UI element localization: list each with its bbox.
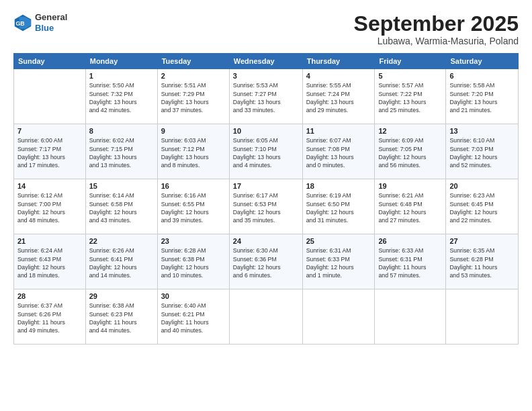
calendar-cell <box>229 289 302 345</box>
day-info: Sunrise: 5:55 AMSunset: 7:24 PMDaylight:… <box>306 81 371 114</box>
calendar-cell: 4Sunrise: 5:55 AMSunset: 7:24 PMDaylight… <box>302 69 375 124</box>
calendar-cell: 3Sunrise: 5:53 AMSunset: 7:27 PMDaylight… <box>229 69 302 124</box>
day-info: Sunrise: 6:19 AMSunset: 6:50 PMDaylight:… <box>306 191 371 224</box>
day-info: Sunrise: 6:24 AMSunset: 6:43 PMDaylight:… <box>17 246 82 279</box>
day-number: 19 <box>378 182 442 190</box>
calendar-cell: 12Sunrise: 6:09 AMSunset: 7:05 PMDayligh… <box>375 124 446 179</box>
day-info: Sunrise: 5:50 AMSunset: 7:32 PMDaylight:… <box>89 81 154 114</box>
calendar-week-row: 21Sunrise: 6:24 AMSunset: 6:43 PMDayligh… <box>14 234 519 289</box>
day-info: Sunrise: 6:12 AMSunset: 7:00 PMDaylight:… <box>17 191 82 224</box>
calendar-cell: 8Sunrise: 6:02 AMSunset: 7:15 PMDaylight… <box>85 124 157 179</box>
day-number: 14 <box>17 182 82 190</box>
day-info: Sunrise: 6:37 AMSunset: 6:26 PMDaylight:… <box>17 302 82 334</box>
day-info: Sunrise: 6:00 AMSunset: 7:17 PMDaylight:… <box>17 136 82 169</box>
day-number: 3 <box>233 72 299 80</box>
day-info: Sunrise: 6:09 AMSunset: 7:05 PMDaylight:… <box>378 136 442 169</box>
calendar-week-row: 7Sunrise: 6:00 AMSunset: 7:17 PMDaylight… <box>14 124 519 179</box>
calendar-cell: 11Sunrise: 6:07 AMSunset: 7:08 PMDayligh… <box>302 124 375 179</box>
calendar-cell: 5Sunrise: 5:57 AMSunset: 7:22 PMDaylight… <box>375 69 446 124</box>
calendar-cell: 1Sunrise: 5:50 AMSunset: 7:32 PMDaylight… <box>85 69 157 124</box>
day-number: 10 <box>233 127 299 135</box>
day-info: Sunrise: 6:31 AMSunset: 6:33 PMDaylight:… <box>306 246 371 279</box>
page: GB General Blue September 2025 Lubawa, W… <box>0 0 532 411</box>
calendar-cell: 18Sunrise: 6:19 AMSunset: 6:50 PMDayligh… <box>302 179 375 234</box>
logo-icon: GB <box>13 13 32 32</box>
calendar-cell <box>302 289 375 345</box>
day-info: Sunrise: 6:33 AMSunset: 6:31 PMDaylight:… <box>378 246 442 279</box>
calendar-cell: 10Sunrise: 6:05 AMSunset: 7:10 PMDayligh… <box>229 124 302 179</box>
calendar-cell <box>446 289 519 345</box>
day-number: 5 <box>378 72 442 80</box>
day-info: Sunrise: 6:30 AMSunset: 6:36 PMDaylight:… <box>233 246 299 279</box>
day-info: Sunrise: 5:51 AMSunset: 7:29 PMDaylight:… <box>161 81 226 114</box>
calendar-cell: 27Sunrise: 6:35 AMSunset: 6:28 PMDayligh… <box>446 234 519 289</box>
location: Lubawa, Warmia-Masuria, Poland <box>354 36 519 46</box>
day-info: Sunrise: 6:38 AMSunset: 6:23 PMDaylight:… <box>89 302 154 334</box>
calendar-cell: 28Sunrise: 6:37 AMSunset: 6:26 PMDayligh… <box>14 289 86 345</box>
day-number: 11 <box>306 127 371 135</box>
day-number: 21 <box>17 237 82 245</box>
day-info: Sunrise: 6:28 AMSunset: 6:38 PMDaylight:… <box>161 246 226 279</box>
calendar-cell: 6Sunrise: 5:58 AMSunset: 7:20 PMDaylight… <box>446 69 519 124</box>
calendar-cell: 25Sunrise: 6:31 AMSunset: 6:33 PMDayligh… <box>302 234 375 289</box>
calendar-cell: 17Sunrise: 6:17 AMSunset: 6:53 PMDayligh… <box>229 179 302 234</box>
calendar-cell: 29Sunrise: 6:38 AMSunset: 6:23 PMDayligh… <box>85 289 157 345</box>
day-number: 25 <box>306 237 371 245</box>
day-info: Sunrise: 6:10 AMSunset: 7:03 PMDaylight:… <box>449 136 515 169</box>
day-number: 23 <box>161 237 226 245</box>
header: GB General Blue September 2025 Lubawa, W… <box>13 12 519 46</box>
calendar-day-header: Tuesday <box>157 54 229 69</box>
calendar-cell: 19Sunrise: 6:21 AMSunset: 6:48 PMDayligh… <box>375 179 446 234</box>
day-info: Sunrise: 6:05 AMSunset: 7:10 PMDaylight:… <box>233 136 299 169</box>
day-number: 17 <box>233 182 299 190</box>
day-number: 26 <box>378 237 442 245</box>
day-info: Sunrise: 6:14 AMSunset: 6:58 PMDaylight:… <box>89 191 154 224</box>
day-info: Sunrise: 5:58 AMSunset: 7:20 PMDaylight:… <box>449 81 515 114</box>
logo: GB General Blue <box>13 12 67 33</box>
day-number: 7 <box>17 127 82 135</box>
day-info: Sunrise: 6:17 AMSunset: 6:53 PMDaylight:… <box>233 191 299 224</box>
calendar-cell: 26Sunrise: 6:33 AMSunset: 6:31 PMDayligh… <box>375 234 446 289</box>
day-info: Sunrise: 6:16 AMSunset: 6:55 PMDaylight:… <box>161 191 226 224</box>
day-number: 30 <box>161 292 226 300</box>
calendar-week-row: 1Sunrise: 5:50 AMSunset: 7:32 PMDaylight… <box>14 69 519 124</box>
calendar-header-row: SundayMondayTuesdayWednesdayThursdayFrid… <box>14 54 519 69</box>
day-number: 9 <box>161 127 226 135</box>
calendar-day-header: Saturday <box>446 54 519 69</box>
calendar-week-row: 14Sunrise: 6:12 AMSunset: 7:00 PMDayligh… <box>14 179 519 234</box>
calendar-cell: 16Sunrise: 6:16 AMSunset: 6:55 PMDayligh… <box>157 179 229 234</box>
calendar-cell: 9Sunrise: 6:03 AMSunset: 7:12 PMDaylight… <box>157 124 229 179</box>
calendar-table: SundayMondayTuesdayWednesdayThursdayFrid… <box>13 53 519 345</box>
day-number: 6 <box>449 72 515 80</box>
day-number: 2 <box>161 72 226 80</box>
day-info: Sunrise: 5:57 AMSunset: 7:22 PMDaylight:… <box>378 81 442 114</box>
day-number: 15 <box>89 182 154 190</box>
calendar-day-header: Monday <box>85 54 157 69</box>
calendar-cell: 30Sunrise: 6:40 AMSunset: 6:21 PMDayligh… <box>157 289 229 345</box>
calendar-cell: 24Sunrise: 6:30 AMSunset: 6:36 PMDayligh… <box>229 234 302 289</box>
calendar-cell <box>375 289 446 345</box>
day-info: Sunrise: 6:03 AMSunset: 7:12 PMDaylight:… <box>161 136 226 169</box>
calendar-day-header: Wednesday <box>229 54 302 69</box>
calendar-cell: 15Sunrise: 6:14 AMSunset: 6:58 PMDayligh… <box>85 179 157 234</box>
day-info: Sunrise: 6:40 AMSunset: 6:21 PMDaylight:… <box>161 302 226 334</box>
calendar-cell: 2Sunrise: 5:51 AMSunset: 7:29 PMDaylight… <box>157 69 229 124</box>
day-number: 24 <box>233 237 299 245</box>
logo-text: General Blue <box>35 12 67 33</box>
calendar-cell: 14Sunrise: 6:12 AMSunset: 7:00 PMDayligh… <box>14 179 86 234</box>
calendar-cell: 7Sunrise: 6:00 AMSunset: 7:17 PMDaylight… <box>14 124 86 179</box>
calendar-cell <box>14 69 86 124</box>
day-number: 13 <box>449 127 515 135</box>
day-info: Sunrise: 6:02 AMSunset: 7:15 PMDaylight:… <box>89 136 154 169</box>
month-title: September 2025 <box>354 12 519 36</box>
day-number: 18 <box>306 182 371 190</box>
calendar-day-header: Sunday <box>14 54 86 69</box>
day-number: 20 <box>449 182 515 190</box>
day-number: 8 <box>89 127 154 135</box>
day-number: 16 <box>161 182 226 190</box>
calendar-day-header: Thursday <box>302 54 375 69</box>
day-info: Sunrise: 6:26 AMSunset: 6:41 PMDaylight:… <box>89 246 154 279</box>
calendar-week-row: 28Sunrise: 6:37 AMSunset: 6:26 PMDayligh… <box>14 289 519 345</box>
calendar-cell: 23Sunrise: 6:28 AMSunset: 6:38 PMDayligh… <box>157 234 229 289</box>
day-info: Sunrise: 6:21 AMSunset: 6:48 PMDaylight:… <box>378 191 442 224</box>
